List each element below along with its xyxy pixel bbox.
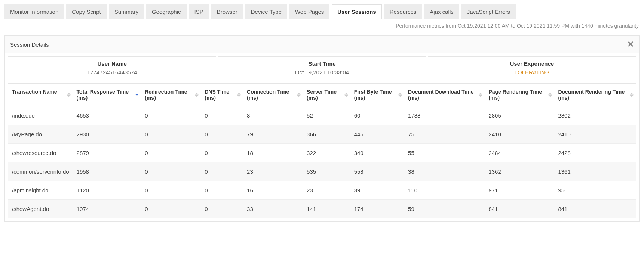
cell: 4653 xyxy=(73,106,141,125)
column-header[interactable]: Page Rendering Time (ms) xyxy=(485,84,554,106)
column-header-label: DNS Time (ms) xyxy=(205,89,229,101)
metrics-note: Performance metrics from Oct 19,2021 12:… xyxy=(0,19,644,32)
tab-summary[interactable]: Summary xyxy=(109,4,144,19)
cell: 445 xyxy=(350,125,404,144)
cell: 33 xyxy=(243,200,303,218)
cell: 8 xyxy=(243,106,303,125)
cell: 366 xyxy=(303,125,350,144)
session-table: Transaction NameTotal Response Time (ms)… xyxy=(8,83,636,218)
cell: 2410 xyxy=(554,125,636,144)
tab-user-sessions[interactable]: User Sessions xyxy=(332,4,381,19)
column-header[interactable]: Document Download Time (ms) xyxy=(404,84,485,106)
cell: 23 xyxy=(243,162,303,181)
column-header-label: Transaction Name xyxy=(12,89,57,95)
cell: 1074 xyxy=(73,200,141,218)
tab-web-pages[interactable]: Web Pages xyxy=(289,4,329,19)
cell: 55 xyxy=(404,144,485,162)
column-header[interactable]: DNS Time (ms) xyxy=(201,84,243,106)
tab-javascript-errors[interactable]: JavaScript Errors xyxy=(461,4,516,19)
summary-start-time: Start Time Oct 19,2021 10:33:04 xyxy=(218,56,426,80)
table-row[interactable]: /showAgent.do1074003314117459841841 xyxy=(8,200,636,218)
sort-icon[interactable] xyxy=(195,93,199,97)
sort-icon[interactable] xyxy=(297,93,301,97)
table-row[interactable]: /common/serverinfo.do1958002353555838136… xyxy=(8,162,636,181)
tab-monitor-information[interactable]: Monitor Information xyxy=(4,4,64,19)
table-row[interactable]: /index.do46530085260178828052802 xyxy=(8,106,636,125)
cell: 0 xyxy=(201,125,243,144)
column-header[interactable]: Total Response Time (ms) xyxy=(73,84,141,106)
cell: /common/serverinfo.do xyxy=(8,162,73,181)
sort-icon[interactable] xyxy=(548,93,552,97)
cell: 558 xyxy=(350,162,404,181)
column-header[interactable]: Server Time (ms) xyxy=(303,84,350,106)
cell: 841 xyxy=(554,200,636,218)
cell: 535 xyxy=(303,162,350,181)
tab-copy-script[interactable]: Copy Script xyxy=(66,4,107,19)
sort-icon[interactable] xyxy=(67,93,71,97)
column-header-label: Redirection Time (ms) xyxy=(145,89,187,101)
cell: 0 xyxy=(141,125,201,144)
cell: 110 xyxy=(404,181,485,200)
cell: 2428 xyxy=(554,144,636,162)
table-row[interactable]: /MyPage.do293000793664457524102410 xyxy=(8,125,636,144)
table-body: /index.do46530085260178828052802/MyPage.… xyxy=(8,106,636,218)
cell: 60 xyxy=(350,106,404,125)
cell: 39 xyxy=(350,181,404,200)
summary-grid: User Name 1774724516443574 Start Time Oc… xyxy=(5,53,639,80)
sort-icon[interactable] xyxy=(135,94,139,96)
sort-icon[interactable] xyxy=(398,93,402,97)
tab-browser[interactable]: Browser xyxy=(211,4,243,19)
table-head: Transaction NameTotal Response Time (ms)… xyxy=(8,84,636,106)
cell: 0 xyxy=(201,181,243,200)
cell: 2930 xyxy=(73,125,141,144)
close-icon[interactable]: ✕ xyxy=(627,40,634,49)
column-header-label: Server Time (ms) xyxy=(307,89,337,101)
summary-user-experience: User Experience TOLERATING xyxy=(428,56,636,80)
sort-icon[interactable] xyxy=(479,93,482,97)
column-header-label: Connection Time (ms) xyxy=(247,89,289,101)
sort-icon[interactable] xyxy=(237,93,241,97)
session-details-panel: Session Details ✕ User Name 177472451644… xyxy=(4,35,640,222)
sort-icon[interactable] xyxy=(630,93,634,97)
column-header-label: First Byte Time (ms) xyxy=(354,89,392,101)
table-row[interactable]: /apminsight.do112000162339110971956 xyxy=(8,181,636,200)
tab-ajax-calls[interactable]: Ajax calls xyxy=(424,4,459,19)
cell: 0 xyxy=(141,181,201,200)
tab-geographic[interactable]: Geographic xyxy=(146,4,187,19)
cell: 2484 xyxy=(485,144,554,162)
tab-isp[interactable]: ISP xyxy=(189,4,209,19)
table-wrapper: Transaction NameTotal Response Time (ms)… xyxy=(5,80,639,221)
cell: /index.do xyxy=(8,106,73,125)
cell: 2879 xyxy=(73,144,141,162)
sort-icon[interactable] xyxy=(344,93,348,97)
cell: /showAgent.do xyxy=(8,200,73,218)
summary-label: Start Time xyxy=(221,60,423,67)
cell: 18 xyxy=(243,144,303,162)
column-header[interactable]: Redirection Time (ms) xyxy=(141,84,201,106)
table-row[interactable]: /showresource.do287900183223405524842428 xyxy=(8,144,636,162)
column-header[interactable]: Connection Time (ms) xyxy=(243,84,303,106)
tab-resources[interactable]: Resources xyxy=(384,4,422,19)
cell: 52 xyxy=(303,106,350,125)
cell: 79 xyxy=(243,125,303,144)
cell: 23 xyxy=(303,181,350,200)
column-header[interactable]: First Byte Time (ms) xyxy=(350,84,404,106)
cell: 38 xyxy=(404,162,485,181)
column-header-label: Document Download Time (ms) xyxy=(408,89,474,101)
cell: 1120 xyxy=(73,181,141,200)
cell: 971 xyxy=(485,181,554,200)
cell: 0 xyxy=(141,106,201,125)
column-header[interactable]: Transaction Name xyxy=(8,84,73,106)
cell: 2805 xyxy=(485,106,554,125)
panel-title: Session Details xyxy=(10,41,49,48)
tab-device-type[interactable]: Device Type xyxy=(245,4,287,19)
cell: 322 xyxy=(303,144,350,162)
summary-value: TOLERATING xyxy=(431,69,633,75)
cell: 0 xyxy=(141,162,201,181)
cell: 16 xyxy=(243,181,303,200)
summary-value: 1774724516443574 xyxy=(11,69,213,75)
column-header[interactable]: Document Rendering Time (ms) xyxy=(554,84,636,106)
cell: 174 xyxy=(350,200,404,218)
cell: /apminsight.do xyxy=(8,181,73,200)
cell: 0 xyxy=(201,106,243,125)
